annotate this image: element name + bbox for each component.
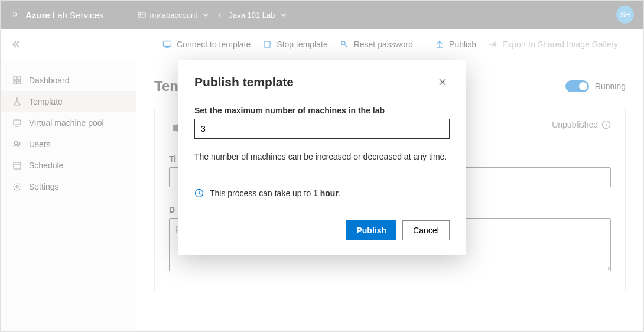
publish-template-dialog: Publish template Set the maximum number … <box>178 60 466 255</box>
dialog-cancel-button[interactable]: Cancel <box>402 220 450 240</box>
publish-duration-text: This process can take up to 1 hour. <box>210 188 341 198</box>
modal-overlay[interactable]: Publish template Set the maximum number … <box>1 1 643 331</box>
max-machines-label: Set the maximum number of machines in th… <box>194 106 450 115</box>
dialog-publish-button[interactable]: Publish <box>346 220 396 240</box>
max-machines-input[interactable] <box>194 119 450 139</box>
dialog-title: Publish template <box>194 75 294 89</box>
publish-duration-info: This process can take up to 1 hour. <box>194 188 450 198</box>
clock-icon <box>194 188 204 198</box>
dialog-close-button[interactable] <box>435 75 450 89</box>
close-icon <box>438 77 447 87</box>
max-machines-hint: The number of machines can be increased … <box>194 152 450 161</box>
